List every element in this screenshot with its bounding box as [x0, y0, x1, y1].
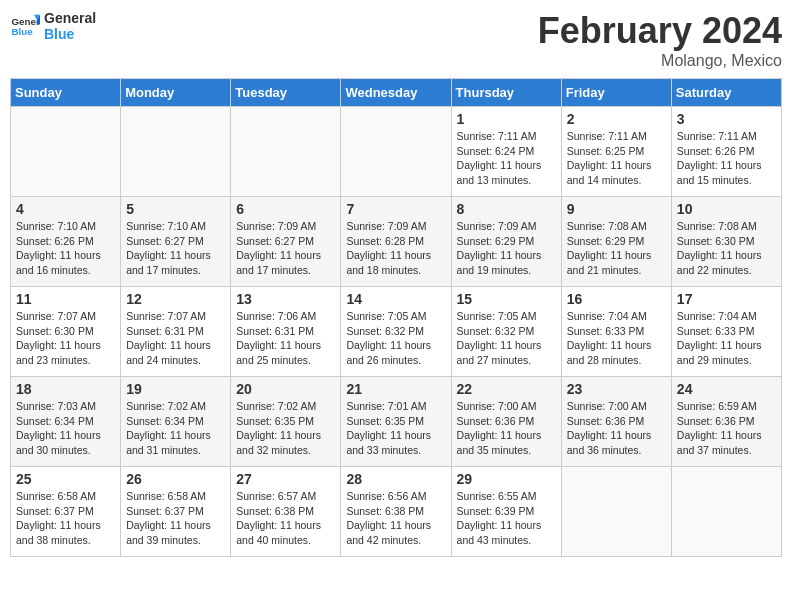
calendar-cell: 21Sunrise: 7:01 AM Sunset: 6:35 PM Dayli…	[341, 377, 451, 467]
day-info: Sunrise: 7:07 AM Sunset: 6:31 PM Dayligh…	[126, 309, 225, 368]
day-info: Sunrise: 6:55 AM Sunset: 6:39 PM Dayligh…	[457, 489, 556, 548]
day-number: 29	[457, 471, 556, 487]
day-number: 5	[126, 201, 225, 217]
weekday-header: Wednesday	[341, 79, 451, 107]
calendar-cell: 19Sunrise: 7:02 AM Sunset: 6:34 PM Dayli…	[121, 377, 231, 467]
calendar-cell	[121, 107, 231, 197]
calendar-cell: 24Sunrise: 6:59 AM Sunset: 6:36 PM Dayli…	[671, 377, 781, 467]
day-info: Sunrise: 6:57 AM Sunset: 6:38 PM Dayligh…	[236, 489, 335, 548]
calendar-cell: 27Sunrise: 6:57 AM Sunset: 6:38 PM Dayli…	[231, 467, 341, 557]
calendar-cell: 28Sunrise: 6:56 AM Sunset: 6:38 PM Dayli…	[341, 467, 451, 557]
day-number: 15	[457, 291, 556, 307]
day-number: 16	[567, 291, 666, 307]
calendar-cell: 7Sunrise: 7:09 AM Sunset: 6:28 PM Daylig…	[341, 197, 451, 287]
calendar-cell	[561, 467, 671, 557]
day-info: Sunrise: 7:00 AM Sunset: 6:36 PM Dayligh…	[567, 399, 666, 458]
day-info: Sunrise: 7:04 AM Sunset: 6:33 PM Dayligh…	[567, 309, 666, 368]
day-info: Sunrise: 7:10 AM Sunset: 6:27 PM Dayligh…	[126, 219, 225, 278]
day-number: 27	[236, 471, 335, 487]
day-info: Sunrise: 7:09 AM Sunset: 6:29 PM Dayligh…	[457, 219, 556, 278]
calendar-cell	[671, 467, 781, 557]
calendar-cell: 23Sunrise: 7:00 AM Sunset: 6:36 PM Dayli…	[561, 377, 671, 467]
day-info: Sunrise: 7:05 AM Sunset: 6:32 PM Dayligh…	[457, 309, 556, 368]
day-info: Sunrise: 7:05 AM Sunset: 6:32 PM Dayligh…	[346, 309, 445, 368]
logo: General Blue General Blue	[10, 10, 96, 42]
calendar-cell: 15Sunrise: 7:05 AM Sunset: 6:32 PM Dayli…	[451, 287, 561, 377]
day-number: 7	[346, 201, 445, 217]
day-number: 10	[677, 201, 776, 217]
calendar-cell: 6Sunrise: 7:09 AM Sunset: 6:27 PM Daylig…	[231, 197, 341, 287]
calendar-cell: 26Sunrise: 6:58 AM Sunset: 6:37 PM Dayli…	[121, 467, 231, 557]
calendar-title: February 2024	[538, 10, 782, 52]
day-number: 17	[677, 291, 776, 307]
day-info: Sunrise: 7:11 AM Sunset: 6:25 PM Dayligh…	[567, 129, 666, 188]
day-number: 2	[567, 111, 666, 127]
day-info: Sunrise: 6:59 AM Sunset: 6:36 PM Dayligh…	[677, 399, 776, 458]
day-info: Sunrise: 6:56 AM Sunset: 6:38 PM Dayligh…	[346, 489, 445, 548]
day-info: Sunrise: 7:11 AM Sunset: 6:24 PM Dayligh…	[457, 129, 556, 188]
day-info: Sunrise: 7:03 AM Sunset: 6:34 PM Dayligh…	[16, 399, 115, 458]
day-number: 1	[457, 111, 556, 127]
day-info: Sunrise: 7:01 AM Sunset: 6:35 PM Dayligh…	[346, 399, 445, 458]
weekday-header: Saturday	[671, 79, 781, 107]
day-number: 14	[346, 291, 445, 307]
calendar-cell: 11Sunrise: 7:07 AM Sunset: 6:30 PM Dayli…	[11, 287, 121, 377]
day-info: Sunrise: 7:08 AM Sunset: 6:29 PM Dayligh…	[567, 219, 666, 278]
day-number: 25	[16, 471, 115, 487]
day-info: Sunrise: 7:09 AM Sunset: 6:28 PM Dayligh…	[346, 219, 445, 278]
day-number: 19	[126, 381, 225, 397]
calendar-cell	[11, 107, 121, 197]
day-number: 6	[236, 201, 335, 217]
title-block: February 2024 Molango, Mexico	[538, 10, 782, 70]
day-number: 18	[16, 381, 115, 397]
weekday-header: Sunday	[11, 79, 121, 107]
svg-text:Blue: Blue	[12, 26, 34, 37]
calendar-cell: 1Sunrise: 7:11 AM Sunset: 6:24 PM Daylig…	[451, 107, 561, 197]
day-info: Sunrise: 7:06 AM Sunset: 6:31 PM Dayligh…	[236, 309, 335, 368]
calendar-cell: 20Sunrise: 7:02 AM Sunset: 6:35 PM Dayli…	[231, 377, 341, 467]
day-number: 20	[236, 381, 335, 397]
calendar-cell	[231, 107, 341, 197]
day-info: Sunrise: 7:00 AM Sunset: 6:36 PM Dayligh…	[457, 399, 556, 458]
calendar-cell: 18Sunrise: 7:03 AM Sunset: 6:34 PM Dayli…	[11, 377, 121, 467]
calendar-cell: 4Sunrise: 7:10 AM Sunset: 6:26 PM Daylig…	[11, 197, 121, 287]
calendar-cell: 2Sunrise: 7:11 AM Sunset: 6:25 PM Daylig…	[561, 107, 671, 197]
day-number: 13	[236, 291, 335, 307]
day-number: 24	[677, 381, 776, 397]
calendar-cell	[341, 107, 451, 197]
day-info: Sunrise: 7:02 AM Sunset: 6:34 PM Dayligh…	[126, 399, 225, 458]
calendar-header: SundayMondayTuesdayWednesdayThursdayFrid…	[11, 79, 782, 107]
logo-blue: Blue	[44, 26, 96, 42]
weekday-header: Thursday	[451, 79, 561, 107]
calendar-cell: 9Sunrise: 7:08 AM Sunset: 6:29 PM Daylig…	[561, 197, 671, 287]
day-number: 23	[567, 381, 666, 397]
day-number: 4	[16, 201, 115, 217]
calendar-cell: 5Sunrise: 7:10 AM Sunset: 6:27 PM Daylig…	[121, 197, 231, 287]
day-number: 9	[567, 201, 666, 217]
day-info: Sunrise: 6:58 AM Sunset: 6:37 PM Dayligh…	[16, 489, 115, 548]
day-number: 3	[677, 111, 776, 127]
calendar-cell: 29Sunrise: 6:55 AM Sunset: 6:39 PM Dayli…	[451, 467, 561, 557]
calendar-table: SundayMondayTuesdayWednesdayThursdayFrid…	[10, 78, 782, 557]
day-info: Sunrise: 7:11 AM Sunset: 6:26 PM Dayligh…	[677, 129, 776, 188]
weekday-header: Tuesday	[231, 79, 341, 107]
calendar-cell: 14Sunrise: 7:05 AM Sunset: 6:32 PM Dayli…	[341, 287, 451, 377]
day-number: 12	[126, 291, 225, 307]
calendar-cell: 22Sunrise: 7:00 AM Sunset: 6:36 PM Dayli…	[451, 377, 561, 467]
calendar-cell: 12Sunrise: 7:07 AM Sunset: 6:31 PM Dayli…	[121, 287, 231, 377]
day-number: 22	[457, 381, 556, 397]
day-number: 26	[126, 471, 225, 487]
logo-icon: General Blue	[10, 11, 40, 41]
calendar-cell: 10Sunrise: 7:08 AM Sunset: 6:30 PM Dayli…	[671, 197, 781, 287]
calendar-cell: 3Sunrise: 7:11 AM Sunset: 6:26 PM Daylig…	[671, 107, 781, 197]
calendar-subtitle: Molango, Mexico	[538, 52, 782, 70]
calendar-cell: 13Sunrise: 7:06 AM Sunset: 6:31 PM Dayli…	[231, 287, 341, 377]
calendar-cell: 8Sunrise: 7:09 AM Sunset: 6:29 PM Daylig…	[451, 197, 561, 287]
day-info: Sunrise: 7:02 AM Sunset: 6:35 PM Dayligh…	[236, 399, 335, 458]
logo-general: General	[44, 10, 96, 26]
day-number: 28	[346, 471, 445, 487]
weekday-header: Friday	[561, 79, 671, 107]
calendar-cell: 17Sunrise: 7:04 AM Sunset: 6:33 PM Dayli…	[671, 287, 781, 377]
day-info: Sunrise: 7:07 AM Sunset: 6:30 PM Dayligh…	[16, 309, 115, 368]
day-number: 8	[457, 201, 556, 217]
